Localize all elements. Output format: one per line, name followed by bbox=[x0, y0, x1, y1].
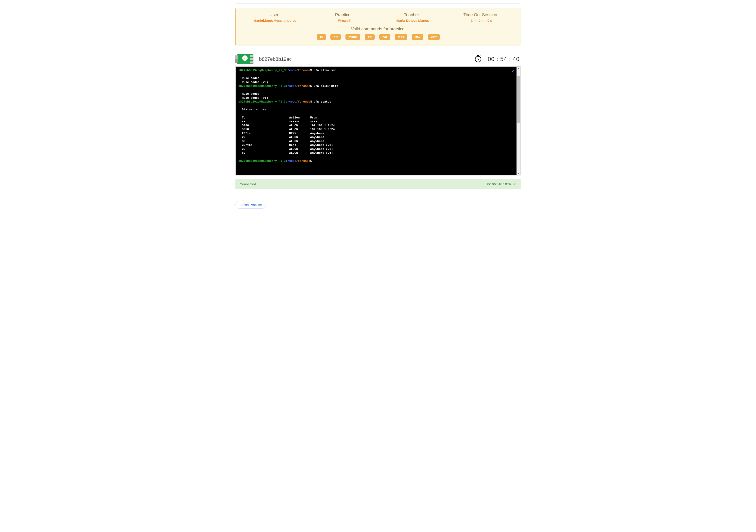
divider-top bbox=[235, 3, 521, 4]
terminal-output-1: Rule added Rule added (v6) bbox=[238, 76, 268, 84]
terminal-status-row: 80 ALLOW Anywhere (v6) bbox=[238, 151, 333, 155]
terminal-status-row: 5050 ALLOW 192.168.1.0/24 bbox=[238, 128, 335, 131]
terminal-panel: b827eb8b19ac@Raspberry_Pi_3:/code/forens… bbox=[235, 66, 521, 175]
session-info-panel: User : daniel.lopez@pas.uned.es Practice… bbox=[235, 8, 521, 45]
user-value: daniel.lopez@pas.uned.es bbox=[243, 19, 307, 22]
scroll-up-icon[interactable]: ▲ bbox=[517, 66, 520, 70]
teacher-label: Teacher : bbox=[381, 12, 445, 17]
svg-point-7 bbox=[478, 59, 478, 60]
terminal-status-row: 22 ALLOW Anywhere bbox=[238, 136, 324, 139]
cmd-dir: dir bbox=[330, 34, 341, 40]
practice-label: Practice : bbox=[312, 12, 376, 17]
cmd-ls: ls bbox=[317, 34, 326, 40]
terminal-cmd-1: ufw allow ssh bbox=[312, 69, 337, 72]
practice-value: Firewall bbox=[312, 19, 376, 22]
raspberry-pi-icon: ✦ bbox=[237, 54, 254, 64]
connection-status-time: 8/10/2018 10:32:30 bbox=[487, 182, 516, 186]
svg-rect-0 bbox=[477, 55, 479, 56]
terminal[interactable]: b827eb8b19ac@Raspberry_Pi_3:/code/forens… bbox=[236, 67, 520, 175]
terminal-cmd-2: ufw allow http bbox=[312, 84, 338, 88]
device-id: b827eb8b19ac bbox=[259, 56, 469, 62]
cmd-less: less bbox=[395, 34, 407, 40]
divider-bottom bbox=[235, 195, 521, 195]
scroll-down-icon[interactable]: ▼ bbox=[517, 172, 520, 175]
terminal-output-2: Rule added Rule added (v6) bbox=[238, 92, 268, 100]
user-label: User : bbox=[243, 12, 307, 17]
divider-mid bbox=[235, 51, 521, 51]
terminal-status-row: 23/tcp DENY Anywhere bbox=[238, 132, 324, 135]
terminal-status-columns: To Action From bbox=[238, 116, 317, 120]
cmd-cat: cat bbox=[379, 34, 390, 40]
terminal-scrollbar[interactable]: ▲ ▼ bbox=[517, 66, 520, 175]
commands-list: ls dir mkdir cd cat less ufw exit bbox=[241, 34, 516, 40]
terminal-status-row: 23/tcp DENY Anywhere (v6) bbox=[238, 144, 333, 147]
connection-status-text: Connected bbox=[240, 182, 256, 186]
terminal-status-row: 5000 ALLOW 192.168.1.0/24 bbox=[238, 124, 335, 127]
terminal-cmd-3: ufw status bbox=[312, 100, 331, 103]
teacher-value: Maria De Los Llanos bbox=[381, 19, 445, 22]
scroll-thumb[interactable] bbox=[517, 76, 520, 123]
countdown-timer: 00 : 54 : 40 bbox=[488, 56, 520, 63]
prompt-path: /code/ bbox=[287, 69, 298, 72]
prompt-user: b827eb8b19ac@Raspberry_Pi_3 bbox=[238, 69, 286, 72]
connection-status-bar: Connected 8/10/2018 10:32:30 bbox=[235, 179, 521, 189]
cmd-mkdir: mkdir bbox=[345, 34, 360, 40]
timeout-label: Time Out Session : bbox=[449, 12, 514, 17]
cmd-ufw: ufw bbox=[412, 34, 423, 40]
cmd-exit: exit bbox=[428, 34, 440, 40]
cmd-cd: cd bbox=[365, 34, 375, 40]
terminal-status-header: Status: active bbox=[238, 108, 266, 111]
stopwatch-icon bbox=[474, 55, 482, 64]
terminal-status-sep: -- ------ ---- bbox=[238, 120, 317, 123]
svg-line-2 bbox=[480, 55, 481, 56]
expand-icon[interactable]: ⤢ bbox=[512, 69, 514, 73]
commands-title: Valid commands for practice: bbox=[241, 26, 516, 31]
finish-practice-button[interactable]: Finish Practice bbox=[235, 201, 266, 209]
timeout-value: 1 h : 0 m : 0 s bbox=[449, 19, 514, 22]
terminal-status-row: 80 ALLOW Anywhere bbox=[238, 140, 324, 143]
terminal-status-row: 22 ALLOW Anywhere (v6) bbox=[238, 147, 333, 151]
